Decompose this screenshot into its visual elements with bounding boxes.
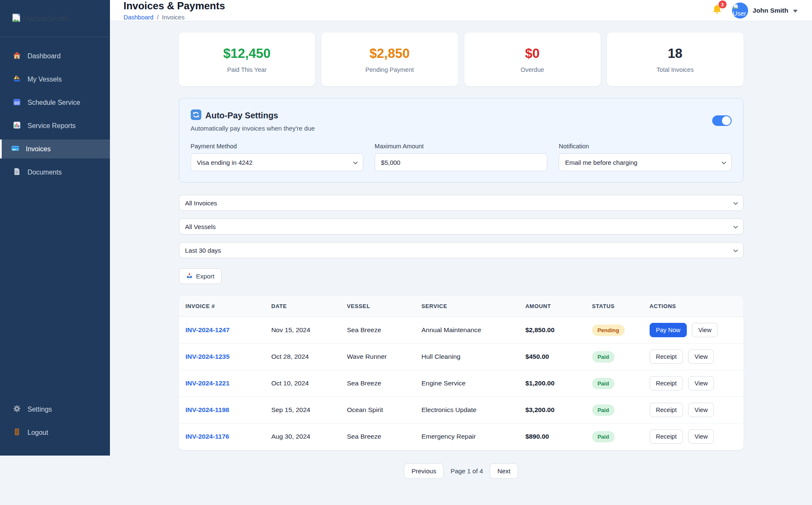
document-icon [13, 167, 21, 177]
brand-name: HarborSmith [23, 14, 69, 23]
autopay-panel: Auto-Pay Settings Automatically pay invo… [179, 98, 743, 183]
notification-label: Notification [559, 143, 731, 150]
breadcrumb-dashboard-link[interactable]: Dashboard [123, 14, 154, 21]
sidebar-item-my-vessels[interactable]: My Vessels [0, 70, 110, 89]
sidebar-item-service-reports[interactable]: Service Reports [0, 116, 110, 135]
view-button[interactable]: View [688, 403, 714, 417]
sidebar-spacer [0, 186, 110, 400]
invoice-number-link[interactable]: INV-2024-1235 [186, 353, 230, 360]
sidebar-item-logout[interactable]: Logout [0, 423, 110, 442]
vessel-filter-select[interactable]: All Vessels [179, 218, 743, 235]
invoice-vessel: Ocean Spirit [340, 397, 414, 423]
card-value: $0 [525, 46, 540, 61]
pay-now-button[interactable]: Pay Now [650, 323, 687, 337]
sidebar-item-invoices[interactable]: Invoices [0, 139, 110, 158]
card-overdue: $0 Overdue [464, 33, 601, 86]
sidebar-item-dashboard[interactable]: Dashboard [0, 46, 110, 66]
table-row: INV-2024-1198 Sep 15, 2024 Ocean Spirit … [179, 397, 743, 423]
invoices-table: INVOICE # DATE VESSEL SERVICE AMOUNT STA… [179, 296, 743, 450]
card-pending-payment: $2,850 Pending Payment [321, 33, 458, 86]
receipt-button[interactable]: Receipt [650, 376, 683, 390]
payment-method-field: Payment Method Visa ending in 4242 [191, 143, 363, 171]
breadcrumb: Dashboard / Invoices [123, 14, 225, 21]
invoice-number-link[interactable]: INV-2024-1247 [186, 326, 230, 333]
invoice-vessel: Sea Breeze [340, 370, 414, 397]
invoices-table-card: INVOICE # DATE VESSEL SERVICE AMOUNT STA… [179, 296, 743, 450]
card-label: Overdue [521, 66, 544, 73]
autopay-header: Auto-Pay Settings Automatically pay invo… [191, 109, 732, 132]
sidebar-item-schedule-service[interactable]: Schedule Service [0, 93, 110, 112]
export-label: Export [196, 273, 214, 280]
table-header-row: INVOICE # DATE VESSEL SERVICE AMOUNT STA… [179, 296, 743, 317]
previous-page-button[interactable]: Previous [404, 463, 444, 479]
table-row: INV-2024-1221 Oct 10, 2024 Sea Breeze En… [179, 370, 743, 397]
status-badge: Paid [592, 351, 614, 363]
autopay-subtitle: Automatically pay invoices when they're … [191, 125, 315, 132]
next-page-button[interactable]: Next [490, 463, 518, 479]
table-row: INV-2024-1176 Aug 30, 2024 Sea Breeze Em… [179, 423, 743, 450]
sidebar-item-documents[interactable]: Documents [0, 163, 110, 182]
sidebar-item-label: Dashboard [27, 52, 60, 60]
column-header-amount: AMOUNT [518, 296, 585, 317]
sidebar-item-label: Documents [27, 169, 62, 176]
invoice-amount: $1,200.00 [525, 379, 554, 387]
view-button[interactable]: View [692, 323, 718, 337]
breadcrumb-current: Invoices [162, 14, 184, 21]
sidebar-item-label: Settings [27, 406, 52, 413]
column-header-date: DATE [264, 296, 340, 317]
sidebar-item-settings[interactable]: Settings [0, 400, 110, 419]
user-menu[interactable]: User John Smith [732, 3, 798, 19]
view-button[interactable]: View [688, 429, 714, 444]
calendar-icon [13, 98, 21, 108]
sidebar-footer: Settings Logout [0, 400, 110, 456]
invoice-number-link[interactable]: INV-2024-1221 [186, 379, 230, 387]
sidebar-item-label: Invoices [26, 145, 51, 153]
invoice-vessel: Wave Runner [340, 344, 414, 370]
topbar-right: 3 User John Smith [711, 3, 798, 19]
toggle-knob [722, 116, 731, 125]
payment-method-label: Payment Method [191, 143, 363, 150]
column-header-vessel: VESSEL [340, 296, 414, 317]
invoice-date: Aug 30, 2024 [264, 423, 340, 450]
column-header-service: SERVICE [415, 296, 519, 317]
status-badge: Paid [592, 404, 614, 416]
card-paid-this-year: $12,450 Paid This Year [179, 33, 315, 86]
invoice-amount: $890.00 [525, 433, 549, 440]
invoice-status-filter-select[interactable]: All Invoices [179, 195, 743, 211]
invoice-date: Oct 10, 2024 [264, 370, 340, 397]
notification-select[interactable]: Email me before charging [559, 153, 731, 171]
page-title: Invoices & Payments [123, 0, 225, 12]
invoice-number-link[interactable]: INV-2024-1198 [186, 406, 229, 413]
column-header-invoice: INVOICE # [179, 296, 265, 317]
autopay-fields: Payment Method Visa ending in 4242 Maxim… [191, 143, 732, 171]
receipt-button[interactable]: Receipt [650, 349, 683, 364]
card-value: $12,450 [223, 46, 271, 61]
title-block: Invoices & Payments Dashboard / Invoices [123, 0, 225, 21]
receipt-button[interactable]: Receipt [650, 429, 683, 444]
invoice-amount: $450.00 [525, 353, 549, 360]
bar-chart-icon [13, 121, 21, 131]
sidebar-item-label: Logout [27, 429, 48, 437]
payment-method-select[interactable]: Visa ending in 4242 [191, 153, 363, 171]
table-row: INV-2024-1235 Oct 28, 2024 Wave Runner H… [179, 344, 743, 370]
invoice-service: Hull Cleaning [415, 344, 519, 370]
export-button[interactable]: Export [179, 268, 222, 284]
autopay-toggle[interactable] [712, 115, 732, 126]
autopay-refresh-icon [191, 109, 201, 122]
maximum-amount-input[interactable] [375, 153, 547, 171]
notifications-button[interactable]: 3 [711, 4, 723, 17]
view-button[interactable]: View [688, 376, 714, 390]
invoice-vessel: Sea Breeze [340, 423, 414, 450]
view-button[interactable]: View [688, 349, 714, 364]
card-value: 18 [668, 46, 682, 61]
invoice-date: Sep 15, 2024 [264, 397, 340, 423]
card-label: Total Invoices [656, 66, 694, 73]
date-range-filter-select[interactable]: Last 30 days [179, 242, 743, 258]
status-badge: Paid [592, 378, 614, 389]
invoice-date: Oct 28, 2024 [264, 344, 340, 370]
invoice-number-link[interactable]: INV-2024-1176 [186, 433, 229, 440]
pagination: Previous Page 1 of 4 Next [179, 463, 743, 479]
filters-section: All Invoices All Vessels Last 30 days [179, 195, 743, 284]
maximum-amount-label: Maximum Amount [375, 143, 547, 150]
receipt-button[interactable]: Receipt [650, 403, 683, 417]
